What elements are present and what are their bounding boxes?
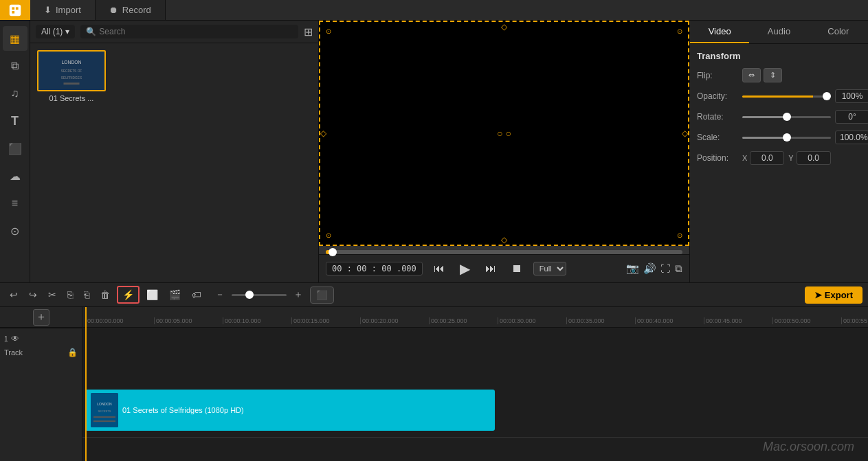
media-panel: All (1) ▾ 🔍 ⊞ LONDON SECRETS — [30, 21, 319, 282]
add-track-button[interactable]: ＋ — [33, 309, 49, 326]
volume-icon[interactable]: 🔊 — [643, 262, 656, 275]
video-tab-label: Video — [709, 26, 731, 36]
import-tab[interactable]: ⬇ Import — [30, 0, 96, 20]
scale-value: 100.0% — [835, 131, 868, 144]
timeline-area: ＋ 1 👁 Track 🔒 — [0, 307, 868, 461]
sidebar-item-audio[interactable]: ♫ — [3, 81, 27, 106]
step-forward-button[interactable]: ⏭ — [481, 261, 500, 276]
opacity-slider[interactable] — [742, 95, 831, 98]
ruler-mark-11: 00:00:55 — [841, 317, 868, 324]
position-y-value[interactable]: 0.0 — [797, 151, 831, 165]
progress-bar-container — [319, 246, 689, 254]
top-bar: ⬇ Import ⏺ Record — [0, 0, 868, 21]
screenshot-icon[interactable]: 📷 — [626, 262, 639, 275]
svg-rect-3 — [12, 10, 14, 13]
export-button[interactable]: ➤ Export — [805, 286, 863, 304]
app-icon — [0, 0, 30, 20]
time-display: 00 : 00 : 00 .000 — [326, 262, 423, 276]
flip-vertical-button[interactable]: ⇕ — [764, 68, 782, 82]
pip-icon[interactable]: ⧉ — [675, 262, 682, 275]
scale-slider[interactable] — [742, 137, 831, 139]
sidebar-item-effects[interactable]: ☁ — [3, 164, 27, 188]
fullscreen-icon[interactable]: ⛶ — [660, 262, 671, 275]
ruler-mark-9: 00:00:45.000 — [704, 317, 772, 324]
filter-label: All (1) — [41, 27, 63, 36]
canvas-inner: ⊙ ⊙ ⊙ ⊙ ○ ○ ◇ ◇ ◇ ◇ — [320, 22, 688, 245]
tab-color[interactable]: Color — [809, 21, 868, 43]
effect-button[interactable]: 🎬 — [165, 287, 185, 302]
export-arrow-icon: ➤ — [814, 290, 822, 300]
opacity-value: 100% — [835, 89, 868, 103]
progress-thumb[interactable] — [329, 248, 337, 256]
sidebar-item-stickers[interactable]: ⊙ — [3, 218, 27, 243]
step-back-button[interactable]: ⏮ — [430, 261, 449, 276]
watermark: Mac.orsoon.com — [763, 440, 854, 454]
paste-button[interactable]: ⎗ — [80, 287, 93, 302]
svg-text:SELFRIDGES: SELFRIDGES — [61, 76, 82, 80]
zoom-slider[interactable] — [232, 294, 287, 296]
copy-button[interactable]: ⎘ — [63, 287, 77, 302]
marker-button[interactable]: 🏷 — [188, 287, 205, 302]
crop-button[interactable]: ⬜ — [142, 287, 162, 302]
stop-button[interactable]: ⏹ — [507, 261, 526, 276]
position-row: Position: X 0.0 Y 0.0 — [697, 151, 861, 165]
export-options-button[interactable]: ⬛ — [310, 286, 334, 304]
ruler-mark-6: 00:00:30.000 — [498, 317, 566, 324]
play-button[interactable]: ▶ — [456, 259, 474, 278]
position-x-value[interactable]: 0.0 — [750, 151, 784, 165]
sidebar-item-text[interactable]: T — [3, 109, 27, 133]
preview-canvas: ⊙ ⊙ ⊙ ⊙ ○ ○ ◇ ◇ ◇ ◇ — [319, 21, 689, 246]
sidebar-item-filters[interactable]: ≡ — [3, 191, 27, 216]
scale-row: Scale: 100.0% — [697, 131, 861, 144]
split-button[interactable]: ⚡ — [117, 286, 140, 304]
track-lock-icon[interactable]: 🔒 — [67, 348, 78, 357]
sidebar-item-media[interactable]: ▦ — [3, 26, 27, 51]
right-content: Transform Flip: ⇔ ⇕ Opacity: 100% — [690, 44, 868, 282]
position-x-group: X 0.0 — [742, 151, 784, 165]
grid-view-icon[interactable]: ⊞ — [304, 25, 313, 38]
search-input[interactable] — [99, 27, 293, 36]
app-container: ⬇ Import ⏺ Record ▦ ⧉ ♫ T ⬛ — [0, 0, 868, 461]
track-clip-1[interactable]: LONDON SECRETS 01 Secrets of Selfridges … — [85, 390, 495, 431]
zoom-out-button[interactable]: － — [211, 286, 229, 303]
scale-slider-container — [742, 137, 831, 139]
svg-text:LONDON: LONDON — [97, 402, 112, 406]
audio-icon: ♫ — [11, 87, 19, 100]
rotate-slider[interactable] — [742, 116, 831, 118]
svg-rect-13 — [93, 416, 115, 418]
undo-button[interactable]: ↩ — [5, 287, 22, 302]
chevron-down-icon: ▾ — [65, 27, 69, 36]
right-panel: Video Audio Color Transform Flip: ⇔ ⇕ — [689, 21, 868, 282]
timeline-scroll[interactable]: 00:00:00.000 00:00:05.000 00:00:10.000 0… — [82, 307, 868, 461]
sidebar-item-layers[interactable]: ⧉ — [3, 54, 27, 78]
track-eye-icon[interactable]: 👁 — [11, 334, 19, 344]
record-tab[interactable]: ⏺ Record — [96, 0, 166, 20]
transform-title: Transform — [697, 51, 861, 61]
playhead[interactable] — [85, 307, 87, 461]
ruler-mark-4: 00:00:20.000 — [360, 317, 429, 324]
sidebar-item-transitions[interactable]: ⬛ — [3, 136, 27, 161]
scale-label: Scale: — [697, 133, 738, 142]
opacity-label: Opacity: — [697, 91, 738, 101]
cut-detach-button[interactable]: ✂ — [44, 287, 60, 302]
media-filter[interactable]: All (1) ▾ — [36, 25, 75, 38]
import-label: Import — [56, 5, 81, 15]
zoom-in-button[interactable]: ＋ — [289, 286, 307, 303]
progress-track[interactable] — [326, 250, 682, 254]
timeline-toolbar: ↩ ↪ ✂ ⎘ ⎗ 🗑 ⚡ ⬜ 🎬 🏷 － ＋ ⬛ ➤ Export — [0, 283, 868, 307]
track-row-1: LONDON SECRETS 01 Secrets of Selfridges … — [82, 383, 868, 438]
opacity-row: Opacity: 100% — [697, 89, 861, 103]
list-item[interactable]: LONDON SECRETS OF SELFRIDGES 01 Secrets … — [37, 50, 106, 102]
delete-button[interactable]: 🗑 — [96, 287, 114, 302]
redo-button[interactable]: ↪ — [25, 287, 41, 302]
quality-select[interactable]: Full 1/2 1/4 — [533, 262, 566, 276]
color-tab-label: Color — [827, 26, 849, 36]
flip-label: Flip: — [697, 71, 738, 80]
rotate-label: Rotate: — [697, 112, 738, 122]
flip-horizontal-button[interactable]: ⇔ — [742, 68, 761, 82]
flip-row: Flip: ⇔ ⇕ — [697, 68, 861, 82]
audio-tab-label: Audio — [768, 26, 790, 36]
tab-audio[interactable]: Audio — [749, 21, 808, 43]
tab-video[interactable]: Video — [690, 21, 749, 43]
record-label: Record — [122, 5, 151, 15]
